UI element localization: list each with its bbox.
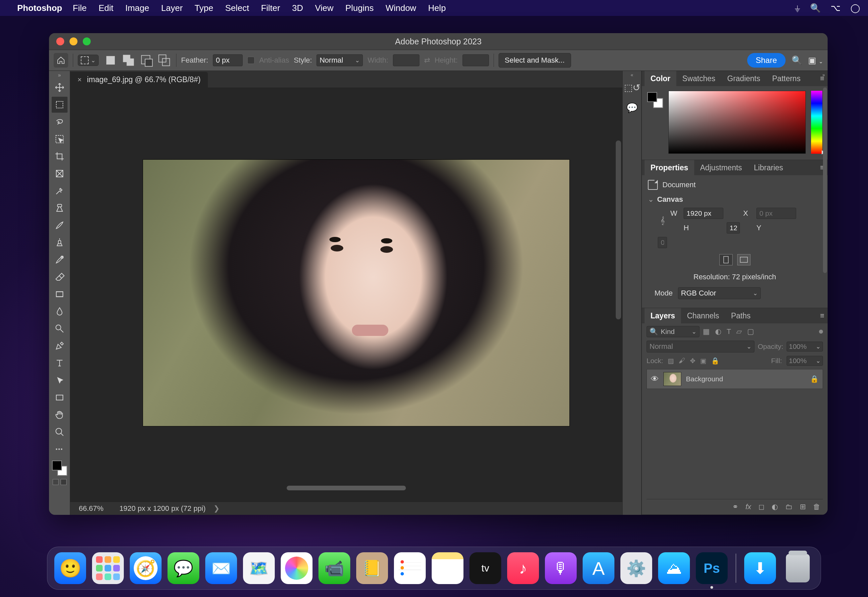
filter-type-icon[interactable]: T (727, 327, 731, 336)
dock-appstore[interactable]: A (583, 552, 615, 584)
selection-subtract-icon[interactable] (139, 53, 154, 68)
workspace-switcher-icon[interactable]: ▣ ⌄ (808, 55, 823, 65)
comments-panel-icon[interactable]: 💬 (627, 102, 638, 113)
lock-transparency-icon[interactable]: ▨ (668, 357, 674, 365)
canvas-width-input[interactable] (684, 208, 723, 219)
dock-launchpad[interactable] (92, 552, 124, 584)
dock-trash[interactable] (782, 552, 814, 584)
tab-properties[interactable]: Properties (644, 160, 694, 175)
tab-patterns[interactable]: Patterns (766, 71, 807, 86)
filter-adjust-icon[interactable]: ◐ (715, 327, 721, 336)
layer-name[interactable]: Background (686, 375, 723, 383)
canvas-section-toggle[interactable]: ⌄Canvas (648, 195, 822, 204)
spotlight-icon[interactable]: 🔍 (810, 3, 821, 13)
panels-collapse-handle[interactable]: » (822, 72, 825, 77)
dock-tv[interactable]: tv (470, 552, 501, 584)
panels-scrollbar[interactable] (823, 88, 827, 273)
dock-settings[interactable]: ⚙️ (621, 552, 652, 584)
dock-facetime[interactable]: 📹 (318, 552, 350, 584)
dock-contacts[interactable]: 📒 (356, 552, 388, 584)
menu-help[interactable]: Help (428, 3, 446, 13)
layer-lock-icon[interactable]: 🔒 (810, 375, 819, 383)
selection-add-icon[interactable] (121, 53, 136, 68)
pen-tool[interactable] (52, 338, 68, 354)
document-tab[interactable]: × image_69.jpg @ 66.7% (RGB/8#) (70, 72, 208, 88)
horizontal-scrollbar[interactable] (287, 486, 406, 490)
filter-toggle-icon[interactable] (819, 330, 823, 334)
dock-messages[interactable]: 💬 (167, 552, 199, 584)
edit-toolbar-button[interactable]: ••• (52, 441, 68, 457)
link-layers-icon[interactable]: ⚭ (732, 503, 738, 511)
vertical-scrollbar[interactable] (616, 141, 621, 319)
tab-layers[interactable]: Layers (644, 308, 681, 323)
lasso-tool[interactable] (52, 114, 68, 130)
control-center-icon[interactable]: ⌥ (831, 3, 840, 13)
rectangle-tool[interactable] (52, 390, 68, 405)
color-fgbg-swatch[interactable] (647, 92, 663, 108)
layer-mask-icon[interactable]: ◻ (758, 503, 764, 511)
layer-thumbnail[interactable] (664, 372, 681, 386)
tab-gradients[interactable]: Gradients (721, 71, 766, 86)
siri-icon[interactable]: ◯ (850, 3, 860, 13)
toolbar-collapse-handle[interactable]: » (49, 72, 70, 79)
dock-photos[interactable] (281, 552, 313, 584)
blur-tool[interactable] (52, 303, 68, 319)
orientation-landscape-button[interactable] (737, 254, 751, 265)
eraser-tool[interactable] (52, 269, 68, 285)
window-titlebar[interactable]: Adobe Photoshop 2023 (49, 33, 828, 50)
canvas-area[interactable] (70, 88, 622, 502)
filter-pixel-icon[interactable]: ▦ (703, 327, 710, 336)
lock-artboard-icon[interactable]: ▣ (700, 357, 707, 365)
history-brush-tool[interactable] (52, 252, 68, 268)
tab-adjustments[interactable]: Adjustments (694, 160, 748, 175)
link-wh-icon[interactable]: 𝄞 (658, 216, 667, 225)
layers-panel-menu-icon[interactable]: ≡ (820, 312, 824, 320)
layer-visibility-icon[interactable]: 👁 (651, 374, 659, 384)
strip-expand-handle[interactable]: « (623, 72, 641, 77)
object-selection-tool[interactable] (52, 131, 68, 147)
tool-preset-picker[interactable]: ⌄ (78, 55, 99, 66)
foreground-color-swatch[interactable] (52, 460, 62, 471)
filter-smart-icon[interactable]: ▢ (747, 327, 754, 336)
new-layer-icon[interactable]: ⊞ (800, 503, 806, 511)
hand-tool[interactable] (52, 407, 68, 423)
crop-tool[interactable] (52, 149, 68, 164)
selection-new-icon[interactable] (103, 53, 118, 68)
document-dimensions[interactable]: 1920 px x 1200 px (72 ppi) ❯ (120, 504, 220, 513)
eyedropper-tool[interactable] (52, 183, 68, 199)
tab-color[interactable]: Color (644, 71, 676, 86)
app-name[interactable]: Photoshop (17, 3, 62, 13)
healing-brush-tool[interactable] (52, 200, 68, 216)
dodge-tool[interactable] (52, 321, 68, 337)
feather-input[interactable] (213, 54, 243, 66)
move-tool[interactable] (52, 80, 68, 95)
lock-pixels-icon[interactable]: 🖌 (678, 357, 685, 365)
menu-edit[interactable]: Edit (99, 3, 114, 13)
color-mode-select[interactable]: RGB Color⌄ (678, 287, 761, 299)
layer-row-background[interactable]: 👁 Background 🔒 (647, 369, 823, 389)
tab-libraries[interactable]: Libraries (748, 160, 789, 175)
selection-intersect-icon[interactable] (157, 53, 172, 68)
dock-finder[interactable]: 🙂 (54, 552, 86, 584)
menu-layer[interactable]: Layer (161, 3, 183, 13)
type-tool[interactable] (52, 355, 68, 371)
wifi-icon[interactable]: ⏚ (795, 3, 800, 13)
share-button[interactable]: Share (747, 53, 785, 68)
dock-freeform[interactable]: ⛰ (658, 552, 690, 584)
style-select[interactable]: Normal⌄ (317, 54, 363, 66)
lock-all-icon[interactable]: 🔒 (711, 357, 719, 365)
menu-3d[interactable]: 3D (292, 3, 303, 13)
filter-shape-icon[interactable]: ▱ (736, 327, 742, 336)
dock-mail[interactable]: ✉️ (205, 552, 237, 584)
dock-maps[interactable]: 🗺️ (243, 552, 275, 584)
dock-photoshop[interactable]: Ps (696, 552, 728, 584)
color-picker-field[interactable] (668, 91, 806, 154)
menu-window[interactable]: Window (386, 3, 416, 13)
adjustment-layer-icon[interactable]: ◐ (772, 503, 778, 511)
brush-tool[interactable] (52, 217, 68, 233)
menu-filter[interactable]: Filter (261, 3, 280, 13)
frame-tool[interactable] (52, 166, 68, 181)
clone-stamp-tool[interactable] (52, 235, 68, 251)
menu-view[interactable]: View (315, 3, 333, 13)
tab-swatches[interactable]: Swatches (676, 71, 721, 86)
